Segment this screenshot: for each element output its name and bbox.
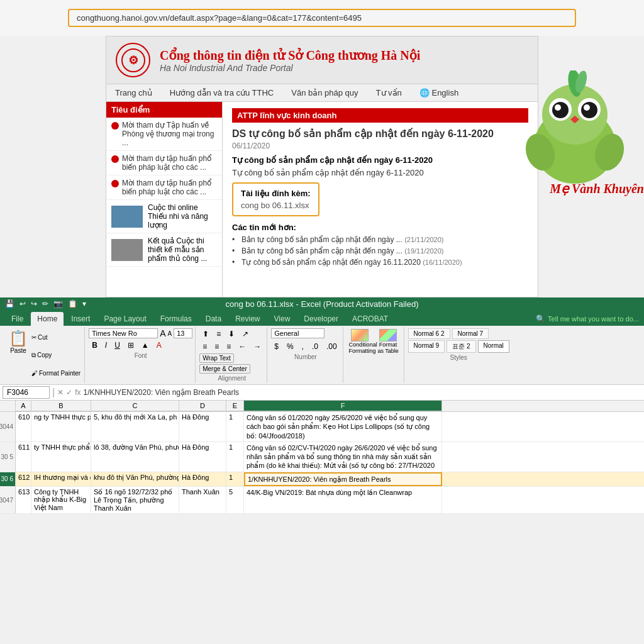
cell-a-3047[interactable]: 613 — [16, 487, 31, 513]
tab-insert[interactable]: Insert — [65, 312, 96, 326]
increase-indent[interactable]: → — [250, 341, 264, 352]
tell-me[interactable]: Tell me what you want to do... — [548, 315, 639, 323]
cell-a-305[interactable]: 611 — [16, 442, 31, 472]
tab-developer[interactable]: Developer — [297, 312, 345, 326]
style-normal7[interactable]: Normal 7 — [452, 328, 489, 339]
sidebar-img-item-2[interactable]: Kết quả Cuộc thi thiết kế mẫu sản phẩm t… — [106, 233, 222, 267]
merge-center-button[interactable]: Merge & Center — [199, 364, 250, 374]
nav-huongdan[interactable]: Hướng dẫn và tra cứu TTHC — [161, 84, 282, 101]
wrap-text-button[interactable]: Wrap Text — [199, 353, 234, 363]
align-left[interactable]: ≡ — [199, 341, 210, 352]
cell-b-306[interactable]: IH thương mại và đầu tư k — [31, 472, 91, 486]
svg-point-8 — [555, 104, 561, 111]
style-normal-last[interactable]: Normal — [478, 340, 509, 353]
confirm-formula-icon[interactable]: ✓ — [66, 388, 72, 397]
style-pyojun2[interactable]: 표준 2 — [447, 340, 475, 353]
attachment-file[interactable]: cong bo 06.11.xlsx — [241, 201, 311, 210]
cell-e-3047[interactable]: 5 — [226, 487, 244, 513]
font-size-decrease[interactable]: A — [167, 330, 172, 337]
decrease-indent[interactable]: ← — [235, 341, 249, 352]
align-center[interactable]: ≡ — [211, 341, 222, 352]
cell-f-3044[interactable]: Công văn số 01/2020 ngày 25/6/2020 về vi… — [244, 412, 442, 441]
format-painter-button[interactable]: 🖌 Format Painter — [31, 370, 80, 377]
cell-e-305[interactable]: 1 — [226, 442, 244, 472]
cell-e-3044[interactable]: 1 — [226, 412, 244, 441]
cell-b-305[interactable]: ty TNHH thực phẩm Tin — [31, 442, 91, 472]
cell-a-3044[interactable]: 610 — [16, 412, 31, 441]
tab-formulas[interactable]: Formulas — [154, 312, 198, 326]
nav-english[interactable]: 🌐 English — [411, 84, 467, 101]
number-format-dropdown[interactable]: General — [271, 328, 325, 338]
font-name-input[interactable]: Times New Ro — [89, 328, 158, 338]
cell-f-3047[interactable]: 44/K-Big VN/2019: Bát nhựa dùng một lần … — [244, 487, 442, 513]
col-header-d[interactable]: D — [179, 401, 226, 411]
col-header-a[interactable]: A — [16, 401, 31, 411]
sidebar-img-item-1[interactable]: Cuộc thi online Thiếu nhi và năng lượng — [106, 200, 222, 233]
news-item-3[interactable]: Tự công bố sản phẩm cập nhật đến ngày 16… — [232, 258, 528, 267]
sidebar-item-3[interactable]: Mời tham dự tập huấn phổ biến pháp luật … — [106, 175, 222, 200]
cell-d-306[interactable]: Hà Đông — [179, 472, 226, 486]
align-bottom[interactable]: ⬇ — [225, 328, 238, 340]
sidebar-item-1[interactable]: Mời tham dự Tập huấn về Phòng vệ thương … — [106, 118, 222, 151]
cell-a-306[interactable]: 612 — [16, 472, 31, 486]
cell-f-305[interactable]: Công văn số 02/CV-TH/2020 ngày 26/6/2020… — [244, 442, 442, 472]
italic-button[interactable]: I — [102, 340, 110, 351]
font-size-increase[interactable]: A — [160, 328, 165, 338]
col-header-c[interactable]: C — [91, 401, 179, 411]
text-direction[interactable]: ↗ — [239, 328, 252, 340]
nav-vanban[interactable]: Văn bản pháp quy — [282, 84, 367, 101]
fill-color-button[interactable]: ▲ — [138, 340, 152, 351]
col-header-e[interactable]: E — [226, 401, 244, 411]
news-item-1[interactable]: Bản tự công bố sản phẩm cập nhật đến ngà… — [232, 235, 528, 244]
cell-d-3047[interactable]: Thanh Xuân — [179, 487, 226, 513]
comma-button[interactable]: , — [299, 341, 307, 352]
cell-f-306[interactable]: 1/KNHHUYEN/2020: Viên ngậm Breath Pearls — [244, 472, 442, 486]
increase-decimal[interactable]: .0 — [309, 341, 321, 352]
tab-data[interactable]: Data — [199, 312, 228, 326]
cell-b-3047[interactable]: Công ty TNHH nhập khẩu K-Big Việt Nam — [31, 487, 91, 513]
browser-url-bar[interactable]: congthuong.hanoi.gov.vn/default.aspx?pag… — [68, 9, 576, 27]
decrease-decimal[interactable]: .00 — [323, 341, 340, 352]
col-header-b[interactable]: B — [31, 401, 91, 411]
cell-c-305[interactable]: lô 38, đường Văn Phú, phươn — [91, 442, 179, 472]
font-size-input[interactable]: 13 — [174, 328, 192, 338]
tab-pagelayout[interactable]: Page Layout — [97, 312, 152, 326]
sidebar-item-2[interactable]: Mời tham dự tập huấn phổ biến pháp luật … — [106, 151, 222, 175]
paste-button[interactable]: 📋 Paste — [6, 328, 30, 382]
cell-reference[interactable]: F3046 — [3, 386, 50, 399]
cell-e-306[interactable]: 1 — [226, 472, 244, 486]
col-header-f[interactable]: F — [244, 401, 442, 411]
tab-home[interactable]: Home — [31, 312, 64, 326]
conditional-formatting-button[interactable]: Conditional Formatting — [347, 328, 373, 355]
border-button[interactable]: ⊞ — [125, 340, 137, 351]
currency-button[interactable]: $ — [271, 341, 282, 352]
news-item-2[interactable]: Bản tự công bố sản phẩm cập nhật đến ngà… — [232, 247, 528, 255]
cut-button[interactable]: ✂ Cut — [31, 334, 80, 341]
cell-c-3047[interactable]: Số 16 ngõ 192/72/32 phố Lê Trọng Tấn, ph… — [91, 487, 179, 513]
style-normal62[interactable]: Normal 6 2 — [408, 328, 450, 339]
style-normal9[interactable]: Normal 9 — [408, 340, 445, 353]
tab-view[interactable]: View — [268, 312, 297, 326]
cancel-formula-icon[interactable]: ✕ — [57, 388, 64, 397]
format-as-table-button[interactable]: Format as Table — [375, 328, 401, 355]
nav-tuvan[interactable]: Tư vấn — [367, 84, 411, 101]
copy-button[interactable]: ⧉ Copy — [31, 352, 80, 359]
align-middle[interactable]: ≡ — [213, 328, 224, 340]
insert-function-icon[interactable]: fx — [75, 388, 80, 397]
align-right[interactable]: ≡ — [223, 341, 234, 352]
font-color-button[interactable]: A — [153, 340, 165, 351]
nav-trangchu[interactable]: Trang chủ — [106, 84, 161, 101]
cell-c-3044[interactable]: 5, khu đô thị mới Xa La, ph — [91, 412, 179, 441]
align-top[interactable]: ⬆ — [199, 328, 212, 340]
cell-d-305[interactable]: Hà Đông — [179, 442, 226, 472]
cell-c-306[interactable]: khu đô thị Văn Phú, phường — [91, 472, 179, 486]
bold-button[interactable]: B — [89, 340, 101, 351]
cell-d-3044[interactable]: Hà Đông — [179, 412, 226, 441]
percent-button[interactable]: % — [284, 341, 297, 352]
underline-button[interactable]: U — [111, 340, 123, 351]
tab-file[interactable]: File — [5, 312, 30, 326]
formula-input[interactable]: 1/KNHHUYEN/2020: Viên ngậm Breath Pearls — [84, 388, 642, 397]
tab-review[interactable]: Review — [229, 312, 266, 326]
tab-acrobat[interactable]: ACROBAT — [346, 312, 394, 326]
cell-b-3044[interactable]: ng ty TNHH thực phẩm Jfe — [31, 412, 91, 441]
